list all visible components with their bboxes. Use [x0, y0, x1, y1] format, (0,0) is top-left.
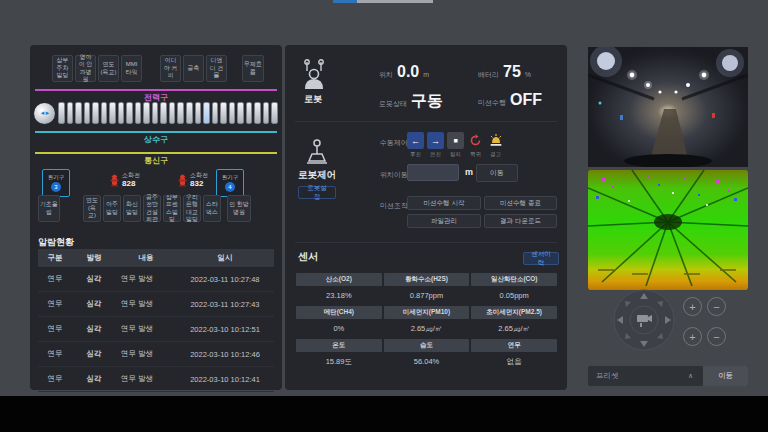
file-manage-button[interactable]: 파일관리 [407, 214, 481, 228]
sensor-header: 메탄(CH4) [296, 306, 382, 319]
alarm-content: 연무 발생 [116, 267, 176, 292]
location-button[interactable]: 인 한방병원 [227, 195, 251, 222]
sensor-header: 산소(O2) [296, 273, 382, 286]
location-button[interactable]: 연도 (육교) [98, 55, 119, 82]
location-button[interactable]: 화신빌딩 [123, 195, 141, 222]
alarm-level: 심각 [72, 317, 116, 342]
location-button[interactable]: 우리은행 대교빌딩 [183, 195, 201, 222]
robot-icon [300, 59, 328, 91]
focus-in-button[interactable]: + [683, 327, 702, 346]
alarm-level: 심각 [72, 267, 116, 292]
location-button[interactable]: 삼부 프렌스빌딩 [163, 195, 181, 222]
mission-start-button[interactable]: 미션수행 시작 [407, 196, 481, 210]
location-button[interactable]: MMI타워 [121, 55, 142, 82]
stop-button[interactable]: ■ [447, 132, 464, 149]
stat-label: 위치 [379, 70, 393, 80]
stat-battery: 배터리 75 % [478, 63, 531, 81]
stop-icon: ■ [453, 137, 457, 144]
location-button[interactable]: 공축 [183, 55, 204, 82]
location-button[interactable]: 연도 (육교) [83, 195, 101, 222]
stat-value: 0.0 [397, 63, 419, 81]
robot-settings-button[interactable]: 로봇설정 [298, 186, 336, 199]
water-conduit-label: 상수구 [30, 134, 282, 145]
chevron-up-icon[interactable]: ∧ [688, 372, 693, 380]
preset-move-button[interactable]: 이동 [703, 366, 748, 386]
stat-label: 로봇상태 [379, 99, 407, 109]
zoom-in-button[interactable]: + [683, 297, 702, 316]
meter-unit-label: m [465, 167, 473, 177]
sensor-header: 미세먼지(PM10) [384, 306, 470, 319]
location-button[interactable]: 기초올림 [38, 195, 60, 222]
power-conduit-line [35, 89, 277, 91]
alarm-time: 2022-03-10 10:12:41 [176, 367, 274, 392]
alarm-col-header: 일시 [176, 249, 274, 267]
top-edge-blue-bar [333, 0, 357, 3]
button-caption: 후진 [407, 151, 424, 158]
location-button[interactable]: 무제흐름 [242, 55, 264, 82]
robot-label: 로봇 [291, 93, 335, 106]
zoom-out-button[interactable]: − [707, 297, 726, 316]
dashboard: 삼부 주차빌딩 영아이 안과병원 연도 (육교) MMI타워 이디야 커피 공축… [0, 0, 768, 432]
vent-marker: 환기구 3 [42, 169, 70, 197]
backward-button[interactable]: ← [407, 132, 424, 149]
alarm-level: 심각 [72, 367, 116, 392]
hydrant-label: 소화전 [190, 172, 208, 179]
sensor-value: 15.89도 [296, 352, 382, 371]
position-move-button[interactable]: 이동 [476, 164, 518, 182]
left-arrow-icon: ← [411, 136, 420, 146]
forward-button[interactable]: → [427, 132, 444, 149]
track-segments [58, 102, 278, 124]
hydrant-icon [178, 173, 187, 187]
button-caption: 경고 [487, 151, 504, 158]
alarm-content: 연무 발생 [116, 367, 176, 392]
warning-button[interactable] [487, 132, 504, 149]
location-button[interactable]: 공주전반 건설회관 [143, 195, 161, 222]
alarm-type: 연무 [38, 367, 72, 392]
sensor-group: 메탄(CH4) 미세먼지(PM10) 초미세먼지(PM2.5) 0% 2.65㎍… [296, 306, 557, 338]
sensor-group: 온도 습도 연무 15.89도 56.04% 없음 [296, 339, 557, 371]
stat-unit: % [525, 71, 531, 78]
alarm-col-header: 구분 [38, 249, 72, 267]
hydrant-number: 828 [122, 179, 140, 189]
location-button[interactable]: 이디야 커피 [160, 55, 181, 82]
sensor-history-button[interactable]: 센서이력 [523, 252, 559, 265]
preset-bar: 프리셋 ∧ 이동 [588, 366, 748, 386]
vent-number: 4 [225, 182, 235, 192]
location-button[interactable]: 스타벅스 [203, 195, 221, 222]
alarm-table: 구분 발령 내용 일시 연무 심각 연무 발생 2022-03-11 10:27… [38, 249, 274, 392]
sensor-value: 2.65㎍/㎥ [384, 319, 470, 338]
focus-out-button[interactable]: − [707, 327, 726, 346]
alarm-time: 2022-03-11 10:27:43 [176, 292, 274, 317]
robot-position-marker-icon: ◄► [34, 103, 55, 124]
return-button[interactable] [467, 132, 484, 149]
location-button[interactable]: 영아이 안과병원 [75, 55, 96, 82]
robot-panel: 로봇 위치 0.0 m 배터리 75 % 로봇상태 구동 미션수행 OFF 로봇… [285, 45, 567, 390]
preset-label: 프리셋 [596, 371, 619, 381]
result-download-button[interactable]: 결과 다운로드 [484, 214, 557, 228]
alarm-content: 연무 발생 [116, 342, 176, 367]
sensor-value: 없음 [471, 352, 557, 371]
vent-marker: 환기구 4 [216, 169, 244, 197]
alarm-row: 연무 심각 연무 발생 2022-03-10 10:12:46 [38, 342, 274, 367]
stat-position: 위치 0.0 m [379, 63, 429, 81]
alarm-level: 심각 [72, 342, 116, 367]
alarm-col-header: 내용 [116, 249, 176, 267]
sensor-value: 2.65㎍/㎥ [471, 319, 557, 338]
alarm-time: 2022-03-10 10:12:51 [176, 317, 274, 342]
sensor-value: 0% [296, 319, 382, 338]
location-button[interactable]: 삼부 주차빌딩 [52, 55, 73, 82]
stat-value: OFF [510, 91, 542, 109]
hydrant-marker: 소화전 832 [178, 172, 208, 189]
button-caption: 복귀 [467, 151, 484, 158]
alarm-type: 연무 [38, 292, 72, 317]
position-move-input[interactable] [407, 164, 459, 181]
mission-end-button[interactable]: 미션수행 종료 [484, 196, 557, 210]
location-button[interactable]: 디엔디 건물 [206, 55, 227, 82]
robot-control-title: 로봇제어 [287, 169, 347, 182]
location-button[interactable]: 아주빌딩 [103, 195, 121, 222]
stat-label: 배터리 [478, 70, 499, 80]
return-icon [469, 134, 482, 147]
button-caption: 정지 [447, 151, 464, 158]
right-arrow-icon: → [431, 136, 440, 146]
alarm-col-header: 발령 [72, 249, 116, 267]
